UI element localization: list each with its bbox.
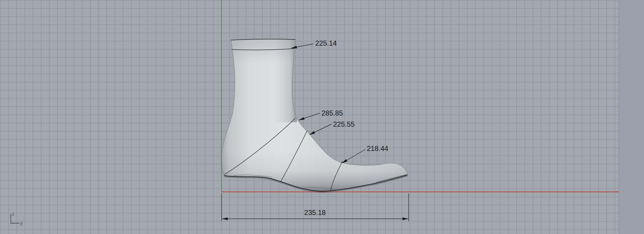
axis-indicator: z y	[11, 211, 23, 226]
annotation-cuff-girth[interactable]: 225.14	[291, 39, 337, 49]
viewport-canvas: 225.14 285.85 225.55 218.44 235.18	[0, 0, 644, 234]
axis-indicator-z-label: z	[12, 211, 14, 216]
annotation-label[interactable]: 225.55	[333, 120, 354, 128]
annotation-label[interactable]: 218.44	[367, 144, 388, 152]
annotation-label[interactable]: 285.85	[321, 109, 343, 117]
annotation-label[interactable]: 225.14	[315, 39, 337, 47]
annotation-instep-girth[interactable]: 225.55	[309, 120, 354, 136]
leader-arrowhead-icon	[298, 117, 305, 121]
cad-viewport: 225.14 285.85 225.55 218.44 235.18	[0, 0, 644, 234]
dimension-foot-length[interactable]: 235.18	[222, 193, 409, 221]
dimension-label[interactable]: 235.18	[304, 209, 326, 216]
axis-indicator-y-label: y	[20, 221, 23, 226]
annotation-heel-girth[interactable]: 285.85	[298, 109, 343, 121]
dimension-arrowhead-right-icon	[402, 218, 408, 220]
annotation-ball-girth[interactable]: 218.44	[341, 144, 388, 164]
dimension-arrowhead-left-icon	[222, 218, 228, 220]
